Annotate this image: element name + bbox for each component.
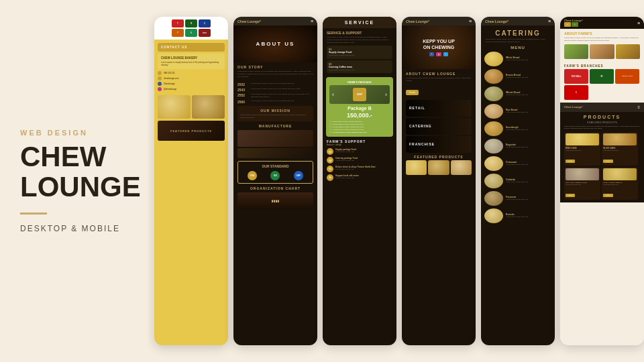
tw-btn[interactable]: t [443,52,448,56]
about-logo: Chew Lounge* [237,19,261,23]
pkg-feat-3: ✓ A Lorem ipsum is simply dummy text of … [329,126,390,128]
brand-line1: CHEW [20,141,106,172]
bakery-title: CHEW LOUNGE BAKERY [161,56,221,60]
pkg-feat-4: ✓ A Lorem ipsum is simply dummy text of … [329,129,390,131]
ig-btn[interactable]: ig [436,52,441,56]
branch-tesco: TESCO Lotus [615,69,639,84]
branch-central: C [564,85,588,100]
org-chart-title: ORGANIZATION CHART [237,186,313,190]
year-4: 2560 [237,100,250,104]
branch-robinson: R [590,69,614,84]
about-chew-text: Lorem ipsum is simply dummy text of the … [406,77,472,82]
franchise-card: FRANCHISE [409,142,435,146]
fb-btn[interactable]: f [429,52,434,56]
fs-num-4: 04 [327,174,333,181]
prod-2-btn[interactable]: Detail [603,160,612,163]
bread-6-desc: Lorem ipsum dummy text type [506,146,528,149]
fs-text-4: Lorem ipsum dummy text [335,177,359,180]
year-3-text: Lorem ipsum is simply dummy text of the … [251,93,313,99]
subtitle: DESKTOP & MOBILE [20,224,127,233]
bread-3-desc: Lorem ipsum dummy text type [506,94,528,97]
products-text: Lorem ipsum is simply dummy text of the … [564,125,640,131]
hero-text: KEPP YOU UPON CHEWING [423,38,455,50]
pkg-feat-1: ✓ Lorem ipsum is simply dummy text of th… [329,121,390,123]
bread-1-desc: Lorem ipsum dummy text type [506,59,528,62]
farm-hamburger[interactable]: ≡ [637,21,640,25]
about-hero-title: ABOUT US [256,41,295,47]
featured-products-label: FEATURED PRODUCTS [170,129,212,133]
org-chart-preview: █ █ █ █ [272,200,279,202]
service-main-title: SERVICE [327,20,392,25]
left-panel: WEB DESIGN CHEW LOUNGE DESKTOP & MOBILE [0,0,148,362]
pkg-prev-arrow[interactable]: ‹ [332,91,334,98]
prod-4-btn[interactable]: Detail [603,194,612,197]
year-2: 2543 [237,88,250,92]
svc-item-2-title: Catering Coffee town [329,66,390,68]
details-btn[interactable]: Details [406,90,419,95]
about-chew-title: ABOUT CHEW LOUNGE [406,72,472,76]
retail-card: RETAIL [409,106,425,110]
pkg-next-arrow[interactable]: › [385,91,387,98]
catering-card: CATERING [409,124,432,128]
brand-line2: LOUNGE [20,171,141,202]
branches-title: FARM'S BRANCHES [564,64,640,68]
fs-text-2: Lorem ipsum dummy text [335,160,358,162]
about-farm-text: Lorem ipsum is simply dummy text of the … [564,37,640,42]
bread-8-desc: Lorem ipsum dummy text type [506,181,528,184]
branch-mall: THE MALL [564,69,588,84]
svc-item-2-text: Lorem ipsum is simply dummy text [329,69,390,72]
menu-title: MENU [481,46,555,50]
prod-2-desc: Lorem ipsum dummy text [603,149,637,152]
screen-catering: Chew Lounge* ≡ CATERING Lorem ipsum is s… [481,17,555,345]
bakery-desc: Lorem ipsum is simply dummy text of the … [161,61,221,66]
fs-num-1: 01 [327,148,333,155]
prod-3-desc: Lorem ipsum dummy text [566,184,599,186]
service-support-title: SERVICE & SUPPORT [327,31,392,35]
catering-logo: Chew Lounge* [485,19,508,23]
bread-9-desc: Lorem ipsum dummy text type [506,198,528,201]
standards-title: OUR STANDARD [241,164,310,168]
screen-farm: Chew Lounge* F F ≡ ABOUT FARM'S Lorem ip… [560,17,644,345]
pkg-feat-5: ✓ A Lorem ipsum is simply dummy text of … [329,131,390,133]
brand-title: CHEW LOUNGE [20,142,127,201]
gmp-badge: GMP [294,171,303,180]
info-ig: @chewlounge [164,88,176,90]
package-price: Package B [329,106,390,111]
featured-products-title: FEATURED PRODUCTS [564,121,640,124]
bread-2-desc: Lorem ipsum dummy text type [506,76,528,79]
bread-7-desc: Lorem ipsum dummy text type [506,164,528,166]
pkg-feat-2: ✓ A Lorem ipsum is simply dummy text of … [329,123,390,125]
fs-num-3: 03 [327,166,333,172]
prod-1-btn[interactable]: Detail [566,160,575,163]
chew-hamburger[interactable]: ≡ [469,19,472,23]
info-phone: 090 123 111 [164,72,175,74]
catering-text: Lorem ipsum is simply dummy text of the … [481,38,555,46]
svc-item-1-text: Lorem ipsum is simply dummy text [329,54,390,57]
catering-hamburger[interactable]: ≡ [548,19,551,23]
brand-divider [20,213,47,215]
service-support-text: Lorem ipsum is simply dummy text of the … [327,36,392,44]
svc-item-1-title: Supply change Food [329,51,390,54]
info-fb: Chewlounge [164,82,175,85]
bread-5-desc: Lorem ipsum dummy text type [506,129,528,131]
fs-text-3: Lorem ipsum dummy text [335,168,376,171]
info-address: chewlounge.com [164,77,179,80]
screen-brands: T R C T E true CONTACT US CHEW LOUNGE BA… [154,17,228,345]
fda-badge: FDA [248,171,257,180]
package-price-value: 150,000.- [329,112,390,119]
screen-about: Chew Lounge* ≡ ABOUT US OUR STORY Lorem … [233,17,317,345]
about-hamburger[interactable]: ≡ [311,19,313,23]
mission-text: Lorem ipsum is simply dummy text of the … [240,114,311,119]
fs-text-1: Lorem ipsum dummy text [335,151,356,154]
screen-chew-mobile: Chew Lounge* ≡ KEPP YOU UPON CHEWING f i… [402,17,476,345]
products-title: PRODUCTS [564,115,640,119]
story-text: Lorem ipsum is simply dummy text of the … [237,70,313,78]
farm-support-sub: ติดต่อเรา info@ [327,143,392,146]
package-header: FARM'S PACKAGE [329,80,390,84]
chew-logo: Chew Lounge* [406,19,429,23]
products-hamburger[interactable]: ≡ [637,105,640,109]
year-3: 2552 [237,93,250,97]
catering-title: CATERING [481,25,555,38]
iso-badge: ISO [270,171,280,180]
prod-3-btn[interactable]: Detail [566,194,575,197]
